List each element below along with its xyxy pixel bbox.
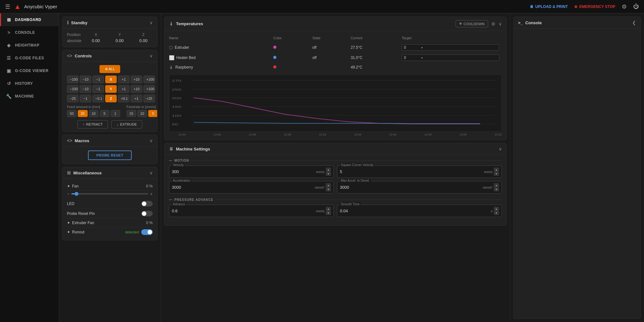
x-plus1-button[interactable]: +1	[118, 76, 129, 83]
extrude-button[interactable]: ↓ EXTRUDE	[111, 120, 142, 128]
temperatures-chevron-icon[interactable]: ∨	[499, 21, 502, 26]
y-button[interactable]: Y	[105, 85, 117, 93]
console-collapse-icon[interactable]: ❮	[632, 20, 636, 25]
machine-settings-chevron-icon[interactable]: ∨	[499, 146, 502, 151]
feed-amount-label: Feed amount in [mm]	[67, 105, 120, 109]
y-plus1-button[interactable]: +1	[118, 85, 129, 93]
temperatures-settings-icon[interactable]: ⚙	[491, 21, 495, 26]
motion-settings-grid: Velocity 300 mm/s ▲ ▼ Square Corner Velo…	[169, 165, 502, 194]
middle-panel: 🌡 Temperatures ❄ COOLDOWN ⚙ ∨	[161, 13, 510, 322]
motion-section-label: — MOTION	[169, 159, 502, 162]
y-plus10-button[interactable]: +10	[131, 85, 142, 93]
sidebar-item-machine[interactable]: 🔧 MACHINE	[0, 90, 59, 103]
temp-target-input-0[interactable]	[404, 45, 420, 50]
smooth-down-button[interactable]: ▼	[494, 211, 499, 215]
sidebar-item-history[interactable]: ↺ HISTORY	[0, 77, 59, 90]
macros-chevron-icon[interactable]: ∨	[150, 138, 153, 143]
mad-up-button[interactable]: ▲	[494, 183, 499, 187]
x-button[interactable]: X	[105, 76, 117, 83]
feed-amount-row: 50 25 10 5 1	[67, 110, 120, 117]
sidebar-item-gcode-files[interactable]: ☰ G-CODE FILES	[0, 52, 59, 64]
accel-up-button[interactable]: ▲	[326, 183, 331, 187]
misc-body: ✦ Fan 0 % − +	[62, 179, 157, 240]
machine-settings-header[interactable]: 🖥 Machine Settings ∨	[165, 143, 506, 155]
advance-up-button[interactable]: ▲	[326, 207, 331, 211]
y-minus10-button[interactable]: −10	[80, 85, 91, 93]
feed-amount-1[interactable]: 1	[111, 110, 120, 117]
standby-card-header[interactable]: ℹ Standby ∨	[62, 17, 157, 29]
fan-plus-icon[interactable]: +	[150, 191, 153, 196]
square-corner-velocity-value: 5	[340, 169, 484, 174]
main-layout: ⊞ DASHBOARD > CONSOLE ◈ HEIGHTMAP ☰ G-CO…	[0, 13, 644, 322]
probe-reset-pin-toggle[interactable]	[141, 211, 153, 216]
x-plus10-button[interactable]: +10	[131, 76, 142, 83]
all-button[interactable]: ⊕ ALL	[99, 65, 120, 73]
probe-reset-button[interactable]: PROBE RESET	[88, 150, 131, 160]
sidebar-item-heightmap[interactable]: ◈ HEIGHTMAP	[0, 39, 59, 52]
z-plus01-button[interactable]: +0.1	[118, 95, 129, 102]
sidebar-label-gcode-files: G-CODE FILES	[15, 56, 44, 60]
temp-target-input-1[interactable]	[404, 55, 420, 60]
y-minus100-button[interactable]: −100	[67, 85, 78, 93]
sidebar-item-gcode-viewer[interactable]: ▣ G-CODE VIEWER	[0, 64, 59, 77]
y-plus100-button[interactable]: +100	[143, 85, 155, 93]
temp-target-dropdown-0[interactable]: ▾	[421, 46, 423, 49]
feedrate-15[interactable]: 15	[127, 110, 136, 117]
scv-down-button[interactable]: ▼	[494, 172, 499, 176]
fan-minus-icon[interactable]: −	[67, 191, 70, 196]
feedrate-5[interactable]: 5	[148, 110, 157, 117]
accel-down-button[interactable]: ▼	[326, 187, 331, 191]
z-plus1-button[interactable]: +1	[131, 95, 142, 102]
logo-icon: ▲	[14, 3, 21, 11]
z-minus01-button[interactable]: −0.1	[92, 95, 104, 102]
console-icon: >	[6, 30, 12, 35]
power-icon[interactable]: ⏻	[633, 3, 639, 10]
runout-icon: ✦	[67, 230, 70, 234]
emergency-stop-button[interactable]: ⊗ EMERGENCY STOP	[574, 4, 615, 9]
x-minus1-button[interactable]: −1	[92, 76, 104, 83]
settings-icon[interactable]: ⚙	[622, 3, 627, 10]
miscellaneous-card-header[interactable]: ⊞ Miscellaneous ∨	[62, 167, 157, 179]
runout-toggle[interactable]	[141, 229, 153, 235]
temperatures-table: Name Color State Current Target ⬡Extrude…	[169, 35, 502, 72]
feed-amount-50[interactable]: 50	[67, 110, 77, 117]
macros-card-header[interactable]: <> Macros ∨	[62, 135, 157, 147]
z-button[interactable]: Z	[105, 95, 117, 102]
feed-amount-25[interactable]: 25	[78, 110, 87, 117]
velocity-label: Velocity	[172, 163, 185, 167]
misc-chevron-icon[interactable]: ∨	[150, 170, 153, 175]
x-plus100-button[interactable]: +100	[143, 76, 155, 83]
z-plus25-button[interactable]: +25	[143, 95, 155, 102]
advance-down-button[interactable]: ▼	[326, 211, 331, 215]
x-minus10-button[interactable]: −10	[80, 76, 91, 83]
absolute-label: absolute	[67, 39, 81, 43]
probe-reset-pin-knob	[142, 211, 146, 216]
scv-up-button[interactable]: ▲	[494, 168, 499, 172]
led-toggle[interactable]	[141, 201, 153, 207]
controls-chevron-icon[interactable]: ∨	[150, 53, 153, 58]
z-minus25-button[interactable]: −25	[67, 95, 78, 102]
sidebar-item-console[interactable]: > CONSOLE	[0, 26, 59, 39]
smooth-up-button[interactable]: ▲	[494, 207, 499, 211]
mad-down-button[interactable]: ▼	[494, 187, 499, 191]
z-minus1-button[interactable]: −1	[80, 95, 91, 102]
square-corner-velocity-field: Square Corner Velocity 5 mm/s ▲ ▼	[337, 165, 502, 178]
feed-amount-10[interactable]: 10	[89, 110, 99, 117]
macros-card: <> Macros ∨ PROBE RESET	[62, 135, 157, 164]
standby-chevron-icon[interactable]: ∨	[150, 20, 153, 25]
menu-icon[interactable]: ☰	[5, 3, 10, 10]
velocity-down-button[interactable]: ▼	[326, 172, 331, 176]
temp-target-dropdown-1[interactable]: ▾	[421, 56, 423, 60]
fan-slider-track[interactable]	[71, 193, 148, 194]
sidebar-item-dashboard[interactable]: ⊞ DASHBOARD	[0, 13, 59, 26]
feed-amount-5[interactable]: 5	[100, 110, 109, 117]
y-minus1-button[interactable]: −1	[92, 85, 104, 93]
upload-print-button[interactable]: 🖥 UPLOAD & PRINT	[530, 4, 568, 9]
retract-button[interactable]: ↑ RETRACT	[77, 120, 108, 128]
x-minus100-button[interactable]: −100	[67, 76, 78, 83]
controls-card-header[interactable]: <> Controls ∨	[62, 50, 157, 62]
cooldown-button[interactable]: ❄ COOLDOWN	[456, 20, 488, 27]
feedrate-10[interactable]: 10	[137, 110, 147, 117]
velocity-up-button[interactable]: ▲	[326, 168, 331, 172]
fan-row: ✦ Fan 0 %	[67, 182, 153, 191]
